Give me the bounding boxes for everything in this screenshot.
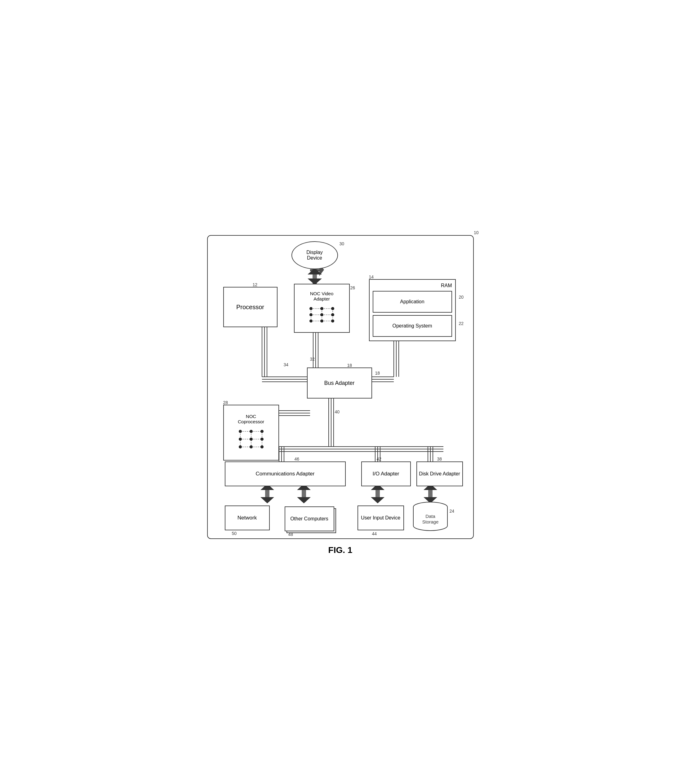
network-label: Network (237, 515, 257, 521)
page-wrapper: 10 (207, 229, 486, 555)
noc-coprocessor-grid (237, 427, 265, 451)
disk-drive-adapter-label: Disk Drive Adapter (419, 471, 460, 477)
display-device: Display Device (291, 241, 338, 269)
ref-28: 28 (223, 400, 228, 405)
svg-point-70 (331, 313, 334, 316)
ref-20: 20 (459, 295, 464, 300)
svg-point-85 (260, 438, 263, 441)
ref-32: 32 (310, 357, 315, 362)
svg-text:Data: Data (425, 514, 435, 519)
processor-label: Processor (236, 304, 264, 311)
communications-adapter: Communications Adapter (225, 461, 346, 486)
svg-point-66 (320, 307, 323, 310)
user-input-device-label: User Input Device (361, 515, 400, 521)
svg-point-87 (250, 445, 253, 448)
ref-40: 40 (335, 409, 340, 414)
display-device-label: Display Device (306, 250, 323, 261)
svg-point-86 (239, 445, 242, 448)
comm-adapter-label: Communications Adapter (256, 471, 315, 477)
ref-46: 46 (295, 456, 300, 461)
noc-video-adapter: NOC VideoAdapter (294, 284, 350, 333)
other-computers-label: Other Computers (290, 516, 328, 522)
user-input-device: User Input Device (357, 506, 404, 530)
ref-26: 26 (351, 285, 356, 290)
svg-marker-49 (260, 497, 274, 503)
ref-24: 24 (449, 509, 454, 514)
ram: RAM Application Operating System (369, 279, 456, 341)
ref-22: 22 (459, 321, 464, 326)
ram-label: RAM (441, 283, 452, 288)
bus-adapter-label: Bus Adapter (324, 380, 354, 386)
ref-16: 18 (375, 371, 380, 376)
bus-adapter: Bus Adapter (307, 367, 372, 399)
svg-point-83 (239, 438, 242, 441)
ref-30: 30 (339, 241, 344, 246)
svg-point-84 (250, 438, 253, 441)
ref-44: 44 (372, 531, 377, 536)
other-computers: Other Computers (285, 506, 334, 531)
svg-point-81 (250, 430, 253, 433)
svg-point-68 (309, 313, 313, 316)
ref-12: 12 (253, 282, 258, 287)
data-storage-cylinder: Data Storage (412, 501, 449, 534)
svg-point-73 (331, 320, 334, 323)
ref-18: 18 (347, 363, 352, 368)
svg-point-88 (260, 445, 263, 448)
noc-video-adapter-label: NOC VideoAdapter (310, 291, 334, 301)
svg-marker-9 (308, 268, 322, 275)
operating-system-label: Operating System (392, 323, 432, 329)
svg-marker-55 (371, 497, 385, 503)
operating-system-box: Operating System (373, 315, 452, 337)
svg-point-80 (239, 430, 242, 433)
application-label: Application (400, 299, 424, 305)
application-box: Application (373, 291, 452, 313)
svg-point-72 (320, 320, 323, 323)
processor: Processor (223, 287, 278, 327)
ref-50: 50 (232, 531, 237, 536)
io-adapter: I/O Adapter (361, 461, 411, 486)
ref-14: 14 (369, 275, 374, 279)
ref-42: 42 (377, 456, 382, 461)
svg-marker-52 (297, 497, 311, 503)
svg-text:Storage: Storage (422, 519, 438, 524)
ref-34: 34 (284, 362, 289, 367)
svg-point-67 (331, 307, 334, 310)
svg-point-71 (309, 320, 313, 323)
noc-coprocessor: NOCCoprocessor (223, 405, 279, 461)
diagram-container: 10 (207, 235, 474, 539)
svg-point-82 (260, 430, 263, 433)
ref-38: 38 (437, 456, 442, 461)
noc-coprocessor-label: NOCCoprocessor (238, 414, 264, 424)
ref-10: 10 (474, 230, 479, 235)
disk-drive-adapter: Disk Drive Adapter (416, 461, 463, 486)
io-adapter-label: I/O Adapter (373, 471, 399, 477)
svg-point-65 (309, 307, 313, 310)
figure-label: FIG. 1 (207, 545, 474, 555)
svg-point-69 (320, 313, 323, 316)
data-storage-container: Data Storage (412, 501, 449, 535)
noc-video-grid (308, 304, 336, 326)
ref-48: 48 (288, 532, 293, 537)
network: Network (225, 506, 270, 530)
